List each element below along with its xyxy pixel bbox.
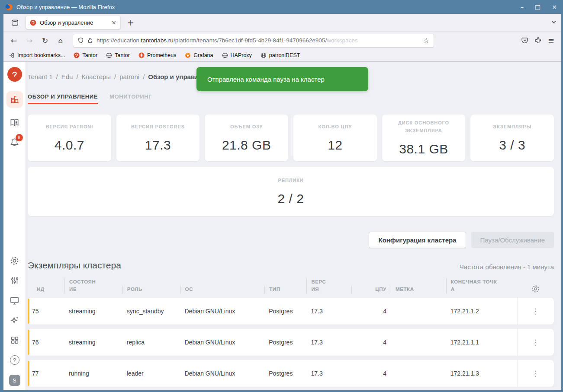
col-endpoint: КОНЕЧНАЯ ТОЧКА — [446, 278, 517, 293]
main-content: Отправлена команда пауза на кластер Tena… — [26, 62, 561, 390]
notification-badge: 8 — [16, 134, 23, 141]
firefox-view-icon[interactable] — [8, 16, 22, 29]
tantor-logo-icon[interactable] — [7, 67, 22, 82]
window-titlebar: Обзор и управление — Mozilla Firefox – □… — [0, 0, 563, 14]
help-icon[interactable]: ? — [10, 355, 20, 365]
tab-strip: Обзор и управление × + — [3, 14, 561, 31]
sidebar-item-notifications[interactable]: 8 — [10, 137, 20, 147]
minimize-button[interactable]: – — [521, 4, 524, 10]
url-text: https://education.tantorlabs.ru/platform… — [97, 37, 420, 44]
refresh-frequency-note: Частота обновления - 1 минута — [460, 263, 554, 271]
sparkle-icon[interactable] — [10, 315, 20, 325]
app-sidebar: 8 ? S — [3, 62, 26, 390]
lock-warning-icon[interactable] — [87, 37, 93, 44]
row-menu-kebab-icon[interactable]: ⋮ — [517, 329, 554, 356]
breadcrumb-patroni[interactable]: patroni — [119, 73, 139, 80]
bookmarks-bar: Import bookmarks... Tantor Tantor Promet… — [3, 49, 561, 62]
sidebar-item-docs[interactable] — [10, 117, 20, 127]
tab-monitoring[interactable]: МОНИТОРИНГ — [109, 93, 152, 104]
table-settings-gear-icon[interactable] — [517, 284, 554, 293]
tab-close-icon[interactable]: × — [111, 19, 116, 26]
stat-card-cpu: КОЛ-ВО ЦПУ 12 — [293, 115, 377, 161]
bookmark-haproxy[interactable]: HAProxy — [222, 52, 252, 58]
forward-button[interactable]: → — [23, 34, 36, 47]
bookmark-tantor-2[interactable]: Tantor — [106, 52, 130, 58]
stat-card-postgres-version: ВЕРСИЯ POSTGRES 17.3 — [116, 115, 200, 161]
stat-card-patroni-version: ВЕРСИЯ PATRONI 4.0.7 — [28, 115, 111, 161]
firefox-logo-icon — [5, 3, 13, 11]
new-tab-button[interactable]: + — [125, 18, 137, 27]
col-cpu: ЦПУ — [351, 286, 391, 293]
breadcrumb-edu[interactable]: Edu — [61, 73, 73, 80]
stat-cards: ВЕРСИЯ PATRONI 4.0.7 ВЕРСИЯ POSTGRES 17.… — [28, 115, 554, 161]
tab-title: Обзор и управление — [40, 19, 93, 26]
breadcrumb-clusters[interactable]: Кластеры — [82, 73, 111, 80]
pocket-icon[interactable] — [521, 37, 528, 44]
bookmark-patronirest[interactable]: patroniREST — [261, 52, 300, 58]
extensions-puzzle-icon[interactable] — [534, 37, 542, 44]
status-bar — [28, 361, 29, 386]
col-id: ИД — [28, 286, 64, 293]
col-type: ТИП — [264, 286, 306, 293]
col-state: СОСТОЯНИЕ — [64, 278, 122, 293]
status-bar — [28, 330, 29, 355]
back-button[interactable]: ← — [7, 34, 21, 47]
stat-card-instances: ЭКЗЕМПЛЯРЫ 3 / 3 — [470, 115, 554, 161]
bookmark-import[interactable]: Import bookmarks... — [9, 52, 65, 58]
user-avatar[interactable]: S — [9, 375, 20, 386]
col-version: ВЕРСИЯ — [306, 278, 351, 293]
sidebar-item-clusters[interactable] — [6, 91, 23, 108]
bookmark-star-icon[interactable]: ☆ — [423, 36, 429, 45]
replicas-card: РЕПЛИКИ 2 / 2 — [28, 167, 554, 216]
browser-tab[interactable]: Обзор и управление × — [26, 16, 120, 29]
window-title: Обзор и управление — Mozilla Firefox — [16, 4, 115, 10]
instance-row-76[interactable]: 76 streaming replica Debian GNU/Linux Po… — [28, 329, 554, 356]
navigation-toolbar: ← → ↻ ⌂ https://education.tantorlabs.ru/… — [3, 31, 561, 49]
maximize-button[interactable]: □ — [535, 4, 540, 10]
col-label: МЕТКА — [391, 286, 446, 293]
col-os: ОС — [180, 286, 265, 293]
breadcrumb-tenant[interactable]: Tenant 1 — [28, 73, 53, 80]
shield-icon[interactable] — [77, 37, 84, 44]
pause-maintenance-button[interactable]: Пауза/Обслуживание — [471, 232, 554, 248]
bookmark-tantor-1[interactable]: Tantor — [74, 52, 97, 58]
stat-card-disk: ДИСК ОСНОВНОГО ЭКЗЕМПЛЯРА 38.1 GB — [382, 115, 466, 161]
menu-hamburger-icon[interactable]: ≡ — [548, 36, 554, 45]
home-button[interactable]: ⌂ — [54, 34, 68, 47]
tab-favicon — [30, 19, 36, 26]
bookmark-grafana[interactable]: Grafana — [185, 52, 213, 58]
close-button[interactable]: × — [552, 4, 557, 10]
bookmark-prometheus[interactable]: Prometheus — [138, 52, 176, 58]
row-menu-kebab-icon[interactable]: ⋮ — [517, 360, 554, 387]
tab-overview-management[interactable]: ОБЗОР И УПРАВЛЕНИЕ — [28, 93, 98, 104]
reload-button[interactable]: ↻ — [38, 34, 52, 47]
instances-section-header: Экземпляры кластера Частота обновления -… — [28, 260, 554, 271]
firefox-window: Обзор и управление — Mozilla Firefox – □… — [0, 0, 563, 392]
row-menu-kebab-icon[interactable]: ⋮ — [517, 298, 554, 325]
view-tabs: ОБЗОР И УПРАВЛЕНИЕ МОНИТОРИНГ — [28, 93, 554, 104]
url-bar[interactable]: https://education.tantorlabs.ru/platform… — [73, 34, 434, 48]
instances-title: Экземпляры кластера — [28, 260, 121, 271]
apps-grid-icon[interactable] — [10, 335, 20, 345]
toast-message: Отправлена команда пауза на кластер — [207, 76, 325, 83]
monitor-icon[interactable] — [10, 295, 20, 306]
settings-gear-icon[interactable] — [10, 255, 20, 266]
list-tabs-chevron-icon[interactable] — [550, 19, 557, 27]
toast-notification: Отправлена команда пауза на кластер — [196, 67, 368, 91]
stat-card-ram: ОБЪЕМ ОЗУ 21.8 GB — [205, 115, 288, 161]
configure-cluster-button[interactable]: Конфигурация кластера — [369, 232, 466, 248]
instance-row-77[interactable]: 77 running leader Debian GNU/Linux Postg… — [28, 360, 554, 387]
instance-row-75[interactable]: 75 streaming sync_standby Debian GNU/Lin… — [28, 298, 554, 325]
sliders-icon[interactable] — [10, 275, 20, 286]
col-role: РОЛЬ — [122, 286, 180, 293]
cluster-actions: Конфигурация кластера Пауза/Обслуживание — [28, 232, 554, 248]
instances-table-header: ИД СОСТОЯНИЕ РОЛЬ ОС ТИП ВЕРСИЯ ЦПУ МЕТК… — [28, 278, 554, 298]
status-bar — [28, 299, 29, 324]
